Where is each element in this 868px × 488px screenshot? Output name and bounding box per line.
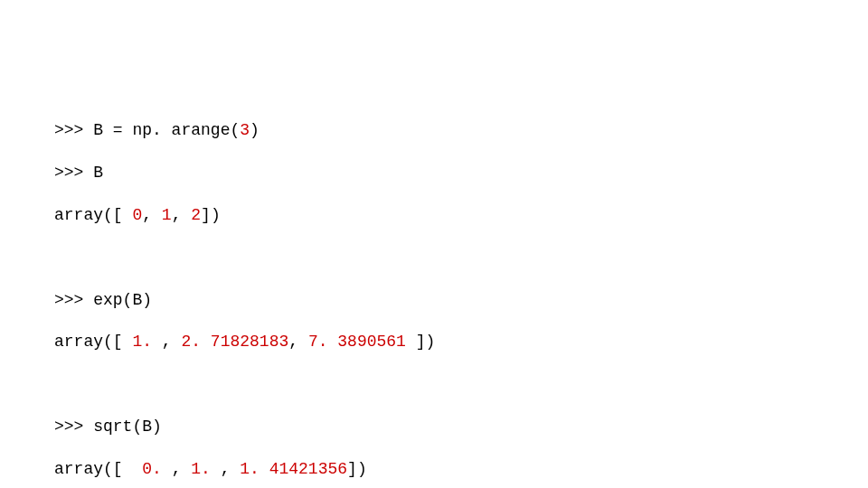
blank-line <box>54 374 814 395</box>
prompt: >>> <box>54 121 83 139</box>
code-text: , <box>288 333 308 351</box>
code-text: array([ <box>54 460 142 478</box>
number-literal: 0. <box>142 460 162 478</box>
number-literal: 3 <box>240 121 250 139</box>
code-text: , <box>162 460 191 478</box>
code-text: , <box>211 460 240 478</box>
line-1: >>> B = np. arange(3) <box>54 120 814 141</box>
code-text: B = np. arange( <box>83 121 240 139</box>
code-text: ]) <box>201 206 221 224</box>
code-text: array([ <box>54 206 132 224</box>
number-literal: 1. <box>191 460 211 478</box>
code-text: B <box>83 164 103 182</box>
code-text: sqrt(B) <box>83 418 161 436</box>
code-text: ]) <box>347 460 367 478</box>
line-9: array([ 0. , 1. , 1. 41421356]) <box>54 459 814 480</box>
number-literal: 2 <box>191 206 201 224</box>
line-3: array([ 0, 1, 2]) <box>54 205 814 226</box>
code-text: ) <box>250 121 259 139</box>
number-literal: 0 <box>132 206 142 224</box>
blank-line <box>54 248 814 268</box>
number-literal: 2. 71828183 <box>181 333 288 351</box>
code-text: , <box>142 206 162 224</box>
prompt: >>> <box>54 418 83 436</box>
number-literal: 1 <box>162 206 172 224</box>
code-text: , <box>172 206 192 224</box>
code-text: , <box>152 333 181 351</box>
number-literal: 7. 3890561 <box>308 333 406 351</box>
python-repl-output: >>> B = np. arange(3) >>> B array([ 0, 1… <box>54 99 814 488</box>
code-text: array([ <box>54 333 132 351</box>
prompt: >>> <box>54 164 83 182</box>
number-literal: 1. <box>132 333 152 351</box>
line-5: >>> exp(B) <box>54 290 814 311</box>
line-8: >>> sqrt(B) <box>54 417 814 437</box>
number-literal: 1. 41421356 <box>240 460 347 478</box>
code-text: ]) <box>406 333 435 351</box>
prompt: >>> <box>54 291 83 309</box>
line-6: array([ 1. , 2. 71828183, 7. 3890561 ]) <box>54 332 814 352</box>
code-text: exp(B) <box>83 291 152 309</box>
line-2: >>> B <box>54 163 814 183</box>
